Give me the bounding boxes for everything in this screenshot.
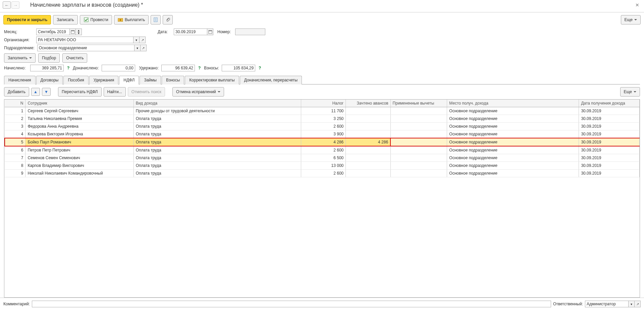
accrued-help[interactable]: ? [67, 66, 69, 70]
table-row[interactable]: 4Козырева Виктория ИгоревнаОплата труда3… [5, 130, 640, 138]
tab-0[interactable]: Начисления [4, 76, 36, 84]
attach-button[interactable] [163, 15, 173, 24]
month-input[interactable]: Сентябрь 2019 [36, 28, 70, 35]
move-down-button[interactable]: ▼ [42, 88, 51, 96]
tab-6[interactable]: Взносы [162, 76, 184, 84]
table-row[interactable]: 5Бойко Паул РомановичОплата труда4 2864 … [5, 138, 640, 146]
form-area: Месяц: Сентябрь 2019 ▲▼ Дата: 30.09.2019… [0, 27, 644, 73]
org-open-button[interactable]: ↗ [140, 37, 146, 43]
extra-label: Доначислено: [73, 66, 99, 70]
responsible-open-button[interactable]: ↗ [635, 301, 641, 307]
post-label: Провести [91, 17, 108, 23]
clear-button[interactable]: Очистить [62, 53, 87, 63]
arrow-down-icon: ▼ [44, 89, 48, 94]
ndfl-table[interactable]: N Сотрудник Вид дохода Налог Зачтено ава… [4, 99, 640, 298]
dept-input[interactable]: Основное подразделение [37, 45, 135, 51]
close-icon[interactable]: ✕ [633, 2, 641, 8]
forward-button[interactable]: → [11, 1, 19, 9]
table-toolbar: Добавить ▲ ▼ Пересчитать НДФЛ Найти... О… [0, 84, 644, 99]
date-input[interactable]: 30.09.2019 [174, 28, 207, 35]
org-dropdown-button[interactable]: ▾ [133, 37, 140, 43]
main-toolbar: Провести и закрыть Записать Провести Вып… [0, 12, 644, 27]
table-row[interactable]: 7Семенов Семен СеменовичОплата труда6 50… [5, 154, 640, 162]
tab-5[interactable]: Займы [140, 76, 161, 84]
recalc-button[interactable]: Пересчитать НДФЛ [58, 87, 101, 97]
page-title: Начисление зарплаты и взносов (создание)… [30, 2, 633, 8]
post-button[interactable]: Провести [80, 15, 112, 24]
report-icon [153, 17, 158, 22]
month-spinner[interactable]: ▲▼ [76, 28, 82, 35]
table-row[interactable]: 1Сергеев Сергей СергеевичПрочие доходы о… [5, 107, 640, 115]
svg-rect-0 [84, 18, 88, 22]
fill-button[interactable]: Заполнить [4, 53, 36, 63]
col-tax[interactable]: Налог [301, 100, 345, 107]
dept-label: Подразделение: [4, 46, 35, 50]
svg-rect-8 [71, 30, 74, 31]
withheld-value: 96 639,42 [161, 65, 195, 71]
col-employee[interactable]: Сотрудник [25, 100, 133, 107]
paperclip-icon [165, 17, 170, 22]
table-row[interactable]: 3Федорова Анна АндреевнаОплата труда2 60… [5, 123, 640, 130]
withheld-label: Удержано: [139, 66, 159, 70]
calendar-icon [208, 30, 212, 34]
responsible-dropdown-button[interactable]: ▾ [629, 301, 635, 307]
pick-button[interactable]: Подбор [38, 53, 60, 63]
cancel-fixes-button[interactable]: Отмена исправлений [172, 87, 224, 97]
month-label: Месяц: [4, 29, 34, 34]
date-calendar-button[interactable] [207, 28, 213, 35]
contrib-help[interactable]: ? [259, 66, 261, 70]
col-location[interactable]: Место получ. дохода [447, 100, 579, 107]
tab-4[interactable]: НДФЛ [119, 76, 139, 84]
contrib-value: 105 834,29 [222, 65, 255, 71]
table-row[interactable]: 9Николай Николаевич КомандировочныйОплат… [5, 170, 640, 177]
accrued-label: Начислено: [4, 66, 28, 70]
col-deductions[interactable]: Примененные вычеты [390, 100, 447, 107]
table-row[interactable]: 8Карпов Владимир ВикторовичОплата труда1… [5, 162, 640, 170]
calendar-icon [71, 30, 75, 34]
footer: Комментарий: Ответственный: Администрато… [0, 298, 644, 310]
extra-value: 0,00 [102, 65, 135, 71]
table-row[interactable]: 6Петров Петр ПетровичОплата труда2 600Ос… [5, 146, 640, 154]
org-input[interactable]: РА НЕКТАРИН ООО [36, 37, 133, 43]
add-row-button[interactable]: Добавить [4, 87, 29, 97]
withheld-help[interactable]: ? [198, 66, 201, 70]
svg-rect-10 [209, 30, 212, 31]
more-button[interactable]: Еще [621, 15, 641, 24]
cancel-search-button[interactable]: Отменить поиск [128, 87, 165, 97]
org-label: Организация: [4, 38, 34, 42]
tab-1[interactable]: Договоры [36, 76, 63, 84]
col-n[interactable]: N [5, 100, 25, 107]
tab-7[interactable]: Корректировки выплаты [185, 76, 239, 84]
move-up-button[interactable]: ▲ [31, 88, 40, 96]
save-button[interactable]: Записать [53, 15, 77, 24]
comment-input[interactable] [32, 301, 551, 307]
tab-3[interactable]: Удержания [89, 76, 119, 84]
col-advance[interactable]: Зачтено авансов [346, 100, 390, 107]
titlebar: ← → Начисление зарплаты и взносов (созда… [0, 0, 644, 12]
find-button[interactable]: Найти... [104, 87, 126, 97]
table-header-row: N Сотрудник Вид дохода Налог Зачтено ава… [5, 100, 640, 107]
contrib-label: Взносы: [204, 66, 219, 70]
col-date[interactable]: Дата получения дохода [579, 100, 640, 107]
responsible-input[interactable]: Администратор [585, 301, 629, 307]
back-button[interactable]: ← [3, 1, 11, 9]
post-and-close-button[interactable]: Провести и закрыть [3, 15, 51, 24]
pay-icon [118, 17, 123, 22]
month-calendar-button[interactable] [70, 28, 76, 35]
table-more-button[interactable]: Еще [620, 87, 640, 97]
svg-point-2 [119, 19, 121, 21]
responsible-label: Ответственный: [553, 302, 583, 306]
accrued-value: 369 285,71 [30, 65, 64, 71]
arrow-up-icon: ▲ [34, 89, 38, 94]
comment-label: Комментарий: [3, 302, 30, 306]
number-input [235, 28, 265, 35]
dept-open-button[interactable]: ↗ [141, 45, 147, 51]
tab-2[interactable]: Пособия [63, 76, 88, 84]
dept-dropdown-button[interactable]: ▾ [135, 45, 141, 51]
table-row[interactable]: 2Татьяна Николаевна ПремияОплата труда3 … [5, 115, 640, 123]
date-label: Дата: [158, 29, 171, 34]
col-income-type[interactable]: Вид дохода [133, 100, 301, 107]
report-button[interactable] [151, 15, 161, 24]
pay-button[interactable]: Выплатить [114, 15, 149, 24]
tab-8[interactable]: Доначисления, перерасчеты [240, 76, 302, 84]
